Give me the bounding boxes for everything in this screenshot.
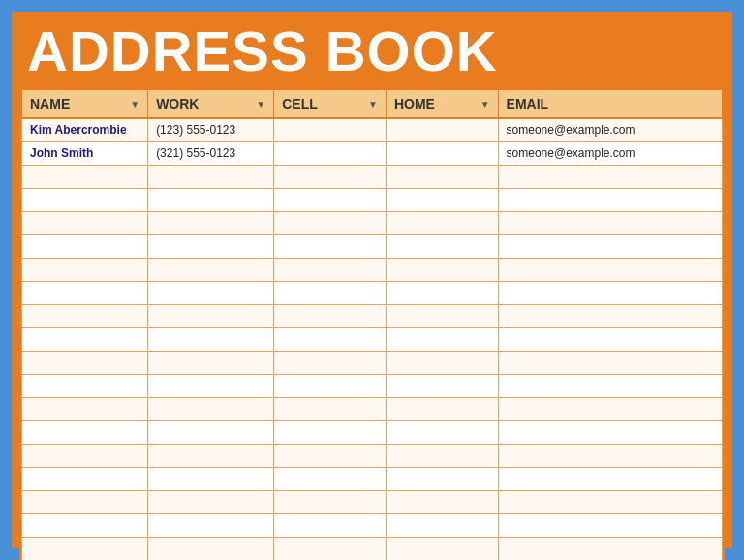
table-row[interactable] <box>22 420 723 444</box>
cell-name[interactable] <box>22 304 148 327</box>
cell-name[interactable] <box>22 490 148 513</box>
cell-email[interactable] <box>498 490 722 513</box>
cell-work[interactable] <box>148 351 274 374</box>
cell-email[interactable] <box>498 467 722 490</box>
cell-name[interactable] <box>22 188 148 211</box>
cell-work[interactable] <box>148 397 274 420</box>
table-row[interactable] <box>22 281 723 304</box>
table-row[interactable] <box>22 188 723 211</box>
cell-work[interactable] <box>148 327 274 351</box>
table-row[interactable] <box>22 513 723 537</box>
name-dropdown-arrow[interactable]: ▼ <box>130 99 140 109</box>
cell-home[interactable] <box>386 188 498 211</box>
cell-cell[interactable] <box>274 537 387 560</box>
col-header-name[interactable]: NAME ▼ <box>22 90 148 119</box>
cell-work[interactable] <box>148 258 274 281</box>
cell-name[interactable] <box>22 327 148 351</box>
cell-name[interactable]: John Smith <box>22 141 148 165</box>
cell-work[interactable]: (321) 555-0123 <box>148 141 274 165</box>
cell-email[interactable]: someone@example.com <box>498 118 722 141</box>
cell-work[interactable] <box>148 211 274 234</box>
cell-email[interactable] <box>498 165 722 188</box>
cell-email[interactable] <box>498 420 722 444</box>
cell-home[interactable] <box>386 537 498 560</box>
cell-work[interactable] <box>148 537 274 560</box>
cell-cell[interactable] <box>274 258 387 281</box>
cell-name[interactable] <box>22 234 148 258</box>
table-row[interactable] <box>22 211 723 234</box>
table-row[interactable] <box>22 304 723 327</box>
col-header-home[interactable]: HOME ▼ <box>386 90 498 119</box>
cell-email[interactable]: someone@example.com <box>498 141 722 165</box>
cell-email[interactable] <box>498 188 722 211</box>
cell-name[interactable] <box>22 165 148 188</box>
table-row[interactable] <box>22 490 723 513</box>
cell-email[interactable] <box>498 444 722 467</box>
table-row[interactable] <box>22 374 723 397</box>
cell-cell[interactable] <box>274 165 387 188</box>
cell-cell[interactable] <box>274 444 387 467</box>
cell-email[interactable] <box>498 351 722 374</box>
cell-work[interactable] <box>148 188 274 211</box>
cell-email[interactable] <box>498 397 722 420</box>
cell-name[interactable] <box>22 420 148 444</box>
cell-cell[interactable] <box>274 490 387 513</box>
cell-work[interactable] <box>148 234 274 258</box>
table-row[interactable] <box>22 327 723 351</box>
table-row[interactable] <box>22 397 723 420</box>
table-row[interactable]: Kim Abercrombie(123) 555-0123someone@exa… <box>22 118 723 141</box>
cell-work[interactable] <box>148 374 274 397</box>
cell-cell[interactable] <box>274 141 387 165</box>
table-row[interactable] <box>22 234 723 258</box>
cell-name[interactable] <box>22 537 148 560</box>
cell-cell[interactable] <box>274 374 387 397</box>
cell-cell[interactable] <box>274 188 387 211</box>
cell-name[interactable] <box>22 513 148 537</box>
table-row[interactable] <box>22 351 723 374</box>
cell-name[interactable] <box>22 467 148 490</box>
cell-cell[interactable] <box>274 513 387 537</box>
cell-home[interactable] <box>386 165 498 188</box>
cell-cell[interactable] <box>274 351 387 374</box>
cell-home[interactable] <box>386 513 498 537</box>
cell-email[interactable] <box>498 211 722 234</box>
cell-name[interactable] <box>22 211 148 234</box>
cell-home[interactable] <box>386 234 498 258</box>
col-header-cell[interactable]: CELL ▼ <box>274 90 387 119</box>
cell-work[interactable] <box>148 420 274 444</box>
cell-email[interactable] <box>498 374 722 397</box>
cell-cell[interactable] <box>274 467 387 490</box>
cell-cell[interactable] <box>274 304 387 327</box>
cell-home[interactable] <box>386 327 498 351</box>
cell-email[interactable] <box>498 537 722 560</box>
cell-cell[interactable] <box>274 211 387 234</box>
cell-work[interactable] <box>148 467 274 490</box>
cell-dropdown-arrow[interactable]: ▼ <box>368 99 378 109</box>
cell-cell[interactable] <box>274 281 387 304</box>
cell-home[interactable] <box>386 304 498 327</box>
cell-home[interactable] <box>386 351 498 374</box>
cell-cell[interactable] <box>274 118 387 141</box>
cell-home[interactable] <box>386 420 498 444</box>
cell-name[interactable] <box>22 351 148 374</box>
cell-name[interactable]: Kim Abercrombie <box>22 118 148 141</box>
cell-email[interactable] <box>498 327 722 351</box>
cell-home[interactable] <box>386 141 498 165</box>
cell-home[interactable] <box>386 374 498 397</box>
cell-home[interactable] <box>386 258 498 281</box>
cell-cell[interactable] <box>274 397 387 420</box>
table-row[interactable]: John Smith(321) 555-0123someone@example.… <box>22 141 723 165</box>
cell-email[interactable] <box>498 513 722 537</box>
cell-home[interactable] <box>386 281 498 304</box>
cell-home[interactable] <box>386 444 498 467</box>
cell-email[interactable] <box>498 304 722 327</box>
table-row[interactable] <box>22 165 723 188</box>
cell-email[interactable] <box>498 281 722 304</box>
cell-home[interactable] <box>386 467 498 490</box>
cell-work[interactable] <box>148 444 274 467</box>
cell-work[interactable] <box>148 165 274 188</box>
table-row[interactable] <box>22 467 723 490</box>
cell-home[interactable] <box>386 490 498 513</box>
cell-email[interactable] <box>498 234 722 258</box>
cell-cell[interactable] <box>274 327 387 351</box>
